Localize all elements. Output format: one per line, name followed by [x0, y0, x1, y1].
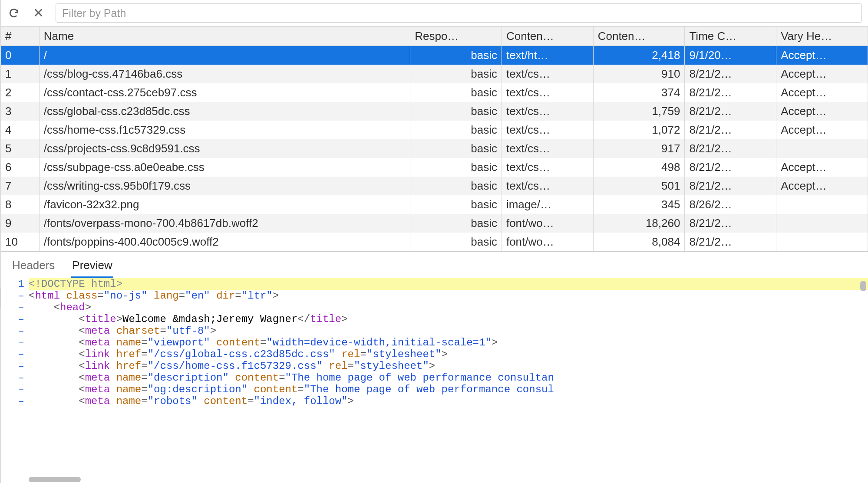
table-row[interactable]: 7/css/writing-css.95b0f179.cssbasictext/…: [1, 177, 868, 195]
cell-time-cached: 8/26/2…: [685, 195, 776, 214]
table-row[interactable]: 2/css/contact-css.275ceb97.cssbasictext/…: [1, 83, 868, 102]
table-row[interactable]: 0/basictext/ht…2,4189/1/20…Accept…: [1, 46, 868, 65]
cell-response-type: basic: [410, 177, 502, 195]
table-row[interactable]: 9/fonts/overpass-mono-700.4b8617db.woff2…: [1, 214, 868, 233]
tab-preview[interactable]: Preview: [71, 255, 113, 278]
table-row[interactable]: 1/css/blog-css.47146ba6.cssbasictext/cs……: [1, 65, 868, 83]
table-row[interactable]: 4/css/home-css.f1c57329.cssbasictext/cs……: [1, 121, 868, 139]
cell-vary-header: [776, 139, 868, 158]
code-line[interactable]: –<html class="no-js" lang="en" dir="ltr"…: [1, 290, 868, 302]
cell-vary-header: Accept…: [776, 158, 868, 177]
col-content-length[interactable]: Conten…: [593, 27, 685, 46]
cell-vary-header: Accept…: [776, 65, 868, 83]
cell-content-type: image/…: [502, 195, 593, 214]
code-line[interactable]: – <meta name="viewport" content="width=d…: [1, 337, 868, 348]
cell-time-cached: 8/21/2…: [685, 102, 776, 121]
cell-response-type: basic: [410, 83, 502, 102]
cell-vary-header: [776, 233, 868, 251]
cell-vary-header: Accept…: [776, 46, 868, 65]
line-number: –: [1, 313, 29, 325]
cache-table-wrap: # Name Respo… Conten… Conten… Time C… Va…: [1, 26, 868, 252]
cell-vary-header: [776, 195, 868, 214]
cell-content-length: 1,072: [593, 121, 685, 139]
cell-content-type: text/cs…: [502, 158, 593, 177]
cell-content-type: text/ht…: [502, 46, 593, 65]
filter-input[interactable]: [56, 3, 862, 23]
table-row[interactable]: 8/favicon-32x32.pngbasicimage/…3458/26/2…: [1, 195, 868, 214]
code-line[interactable]: – <meta name="description" content="The …: [1, 372, 868, 384]
delete-button[interactable]: ✕: [31, 6, 45, 20]
col-name[interactable]: Name: [39, 27, 410, 46]
cell-vary-header: Accept…: [776, 177, 868, 195]
cell-content-type: text/cs…: [502, 177, 593, 195]
line-number: –: [1, 325, 29, 337]
cell-index: 8: [1, 195, 39, 214]
code-line[interactable]: – <meta name="robots" content="index, fo…: [1, 395, 868, 407]
horizontal-scrollbar[interactable]: [29, 477, 81, 482]
cell-content-type: font/wo…: [502, 214, 593, 233]
cell-content-length: 1,759: [593, 102, 685, 121]
cell-response-type: basic: [410, 158, 502, 177]
cell-content-type: text/cs…: [502, 65, 593, 83]
cell-index: 5: [1, 139, 39, 158]
col-content-type[interactable]: Conten…: [502, 27, 593, 46]
col-vary-header[interactable]: Vary He…: [776, 27, 868, 46]
cell-index: 4: [1, 121, 39, 139]
table-header-row: # Name Respo… Conten… Conten… Time C… Va…: [1, 27, 868, 46]
code-line-content: <html class="no-js" lang="en" dir="ltr">: [29, 290, 868, 302]
cell-index: 9: [1, 214, 39, 233]
cell-time-cached: 8/21/2…: [685, 65, 776, 83]
cell-content-type: text/cs…: [502, 121, 593, 139]
cell-index: 2: [1, 83, 39, 102]
cell-index: 1: [1, 65, 39, 83]
cell-time-cached: 8/21/2…: [685, 139, 776, 158]
cell-content-length: 8,084: [593, 233, 685, 251]
line-number: –: [1, 348, 29, 360]
table-row[interactable]: 6/css/subpage-css.a0e0eabe.cssbasictext/…: [1, 158, 868, 177]
code-view[interactable]: 1<!DOCTYPE html>–<html class="no-js" lan…: [1, 278, 868, 483]
code-line-content: <link href="/css/home-css.f1c57329.css" …: [29, 360, 868, 372]
cell-response-type: basic: [410, 65, 502, 83]
code-line-content: <head>: [29, 302, 868, 313]
cell-content-length: 910: [593, 65, 685, 83]
line-number: –: [1, 384, 29, 395]
code-line[interactable]: – <title>Welcome &mdash;Jeremy Wagner</t…: [1, 313, 868, 325]
cell-name: /fonts/overpass-mono-700.4b8617db.woff2: [39, 214, 410, 233]
code-line-content: <!DOCTYPE html>: [29, 278, 868, 290]
table-row[interactable]: 3/css/global-css.c23d85dc.cssbasictext/c…: [1, 102, 868, 121]
cell-content-length: 374: [593, 83, 685, 102]
cell-response-type: basic: [410, 46, 502, 65]
cell-response-type: basic: [410, 214, 502, 233]
vertical-scrollbar[interactable]: [860, 281, 866, 291]
code-line[interactable]: – <meta name="og:description" content="T…: [1, 384, 868, 395]
cell-vary-header: [776, 214, 868, 233]
col-time-cached[interactable]: Time C…: [685, 27, 776, 46]
table-row[interactable]: 5/css/projects-css.9c8d9591.cssbasictext…: [1, 139, 868, 158]
cell-index: 3: [1, 102, 39, 121]
cell-index: 7: [1, 177, 39, 195]
cell-content-length: 18,260: [593, 214, 685, 233]
line-number: –: [1, 372, 29, 384]
code-line[interactable]: – <link href="/css/home-css.f1c57329.css…: [1, 360, 868, 372]
cell-time-cached: 8/21/2…: [685, 214, 776, 233]
code-line-content: <meta name="description" content="The ho…: [29, 372, 868, 384]
cell-vary-header: Accept…: [776, 121, 868, 139]
code-line[interactable]: – <link href="/css/global-css.c23d85dc.c…: [1, 348, 868, 360]
code-line[interactable]: 1<!DOCTYPE html>: [1, 278, 868, 290]
col-response-type[interactable]: Respo…: [410, 27, 502, 46]
cell-time-cached: 8/21/2…: [685, 233, 776, 251]
cell-content-type: font/wo…: [502, 233, 593, 251]
cell-index: 6: [1, 158, 39, 177]
cell-name: /favicon-32x32.png: [39, 195, 410, 214]
line-number: –: [1, 302, 29, 313]
code-line[interactable]: – <head>: [1, 302, 868, 313]
line-number: –: [1, 360, 29, 372]
code-line[interactable]: – <meta charset="utf-8">: [1, 325, 868, 337]
tab-headers[interactable]: Headers: [11, 255, 56, 278]
refresh-button[interactable]: [7, 6, 21, 20]
table-row[interactable]: 10/fonts/poppins-400.40c005c9.woff2basic…: [1, 233, 868, 251]
col-index[interactable]: #: [1, 27, 39, 46]
cell-content-type: text/cs…: [502, 102, 593, 121]
line-number: –: [1, 337, 29, 348]
cell-response-type: basic: [410, 121, 502, 139]
